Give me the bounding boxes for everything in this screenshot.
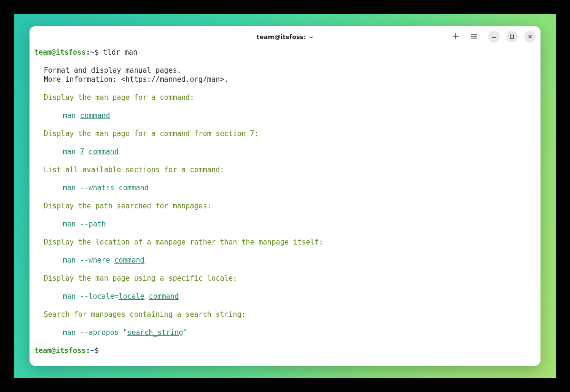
cmd-placeholder: command — [149, 292, 179, 301]
tldr-example-cmd: man --locale=locale command — [34, 292, 536, 301]
cmd-placeholder: command — [88, 147, 118, 156]
minimize-icon — [491, 33, 496, 40]
cmd-placeholder: 7 — [80, 147, 84, 156]
cmd-placeholder: search_string — [127, 328, 183, 337]
tldr-example-desc: Display the path searched for manpages: — [34, 202, 536, 211]
cmd-literal: man --whatis — [63, 184, 118, 192]
cmd-literal: man --path — [63, 220, 106, 228]
cmd-placeholder: locale — [118, 292, 144, 301]
maximize-icon — [510, 33, 514, 40]
cmd-placeholder: command — [114, 256, 144, 265]
plus-icon — [452, 32, 460, 41]
typed-command: tldr man — [103, 48, 138, 57]
tldr-summary-line: Format and display manual pages. — [34, 66, 536, 75]
tldr-example-desc: Search for manpages containing a search … — [34, 310, 536, 319]
window-title: team@itsfoss: ~ — [256, 33, 313, 40]
titlebar-left-controls — [451, 32, 479, 41]
titlebar[interactable]: team@itsfoss: ~ — [29, 26, 541, 47]
command-line: team@itsfoss:~$ tldr man — [34, 48, 536, 57]
terminal-window: team@itsfoss: ~ — [29, 26, 541, 366]
maximize-button[interactable] — [506, 31, 518, 42]
cmd-placeholder: command — [80, 111, 110, 120]
tldr-example-desc: Display the man page for a command: — [34, 93, 536, 102]
tldr-info-line: More information: <https://manned.org/ma… — [34, 75, 536, 84]
close-button[interactable] — [524, 31, 536, 42]
tldr-example-desc: List all available sections for a comman… — [34, 166, 536, 175]
tldr-example-desc: Display the man page using a specific lo… — [34, 274, 536, 283]
hamburger-icon — [470, 32, 478, 41]
prompt-user: team@itsfoss — [34, 48, 86, 57]
cmd-literal — [145, 292, 149, 301]
terminal-output[interactable]: team@itsfoss:~$ tldr manFormat and displ… — [29, 47, 541, 366]
cmd-literal: man --where — [63, 256, 114, 265]
tldr-example-cmd: man --apropos "search_string" — [34, 328, 536, 337]
close-icon — [528, 33, 532, 40]
tldr-example-cmd: man --whatis command — [34, 184, 536, 193]
minimize-button[interactable] — [488, 31, 500, 42]
cmd-literal: " — [183, 328, 187, 337]
prompt-sigil: $ — [94, 48, 103, 57]
tldr-example-cmd: man --where command — [34, 256, 536, 265]
tldr-example-desc: Display the man page for a command from … — [34, 129, 536, 138]
prompt-sigil: $ — [94, 346, 103, 355]
new-tab-button[interactable] — [451, 32, 461, 41]
svg-rect-6 — [511, 35, 514, 38]
tldr-example-desc: Display the location of a manpage rather… — [34, 238, 536, 247]
tldr-example-cmd: man 7 command — [34, 147, 536, 157]
tldr-example-cmd: man --path — [34, 220, 536, 229]
cmd-literal — [84, 147, 88, 156]
prompt-user: team@itsfoss — [34, 346, 86, 355]
tldr-example-cmd: man command — [34, 111, 536, 120]
cmd-literal: man --locale= — [63, 292, 118, 301]
cmd-literal: man --apropos " — [63, 328, 127, 337]
cmd-literal: man — [63, 147, 80, 156]
desktop-background: team@itsfoss: ~ — [14, 14, 556, 378]
cmd-literal: man — [63, 111, 80, 120]
hamburger-menu-button[interactable] — [469, 32, 479, 41]
prompt-line: team@itsfoss:~$ — [34, 346, 536, 355]
titlebar-controls — [451, 31, 536, 42]
cmd-placeholder: command — [118, 184, 148, 192]
